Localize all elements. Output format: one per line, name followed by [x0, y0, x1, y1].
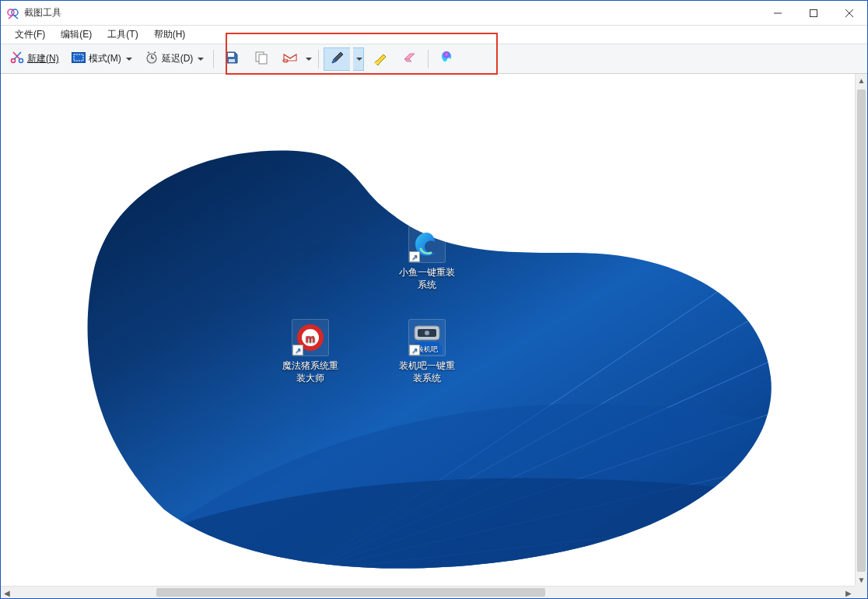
zhuangjiba-icon: 装机吧 ↗ [408, 319, 446, 356]
scroll-up-arrow[interactable]: ▲ [856, 74, 867, 86]
desktop-icon-label: 魔法猪系统重 装大师 [281, 359, 340, 384]
desktop-icon-zhuangjiba[interactable]: 装机吧 ↗ 装机吧一键重 装系统 [397, 319, 457, 384]
canvas-viewport[interactable]: ↗ 小鱼一键重装 系统 m ↗ 魔法猪系统重 装大师 [1, 74, 855, 586]
menu-help[interactable]: 帮助(H) [148, 26, 192, 43]
mode-button[interactable]: 模式(M) [67, 47, 137, 71]
paint3d-button[interactable] [433, 47, 460, 71]
delay-label: 延迟(D) [162, 52, 194, 65]
toolbar: 新建(N) 模式(M) 延迟(D) [1, 44, 867, 74]
edge-icon: ↗ [408, 226, 446, 263]
horizontal-scroll-thumb[interactable] [156, 588, 545, 597]
scroll-down-arrow[interactable]: ▼ [856, 573, 867, 586]
shortcut-arrow-icon: ↗ [409, 345, 420, 356]
vertical-scrollbar[interactable]: ▲ ▼ [855, 74, 867, 586]
separator [428, 50, 429, 68]
menu-file[interactable]: 文件(F) [9, 26, 51, 43]
send-button[interactable] [278, 47, 299, 71]
mode-label: 模式(M) [89, 52, 121, 65]
svg-point-8 [12, 59, 16, 63]
svg-rect-5 [810, 10, 817, 17]
menu-edit[interactable]: 编辑(E) [54, 26, 98, 43]
app-icon [7, 7, 19, 19]
copy-button[interactable] [248, 47, 275, 71]
menubar: 文件(F) 编辑(E) 工具(T) 帮助(H) [1, 26, 867, 44]
delay-button[interactable]: 延迟(D) [140, 47, 209, 71]
pen-dropdown[interactable] [353, 47, 364, 71]
window-title: 截图工具 [24, 6, 61, 19]
save-icon [225, 51, 239, 67]
send-dropdown[interactable] [303, 47, 313, 71]
close-button[interactable] [831, 1, 867, 26]
horizontal-scrollbar[interactable]: ◀ ▶ [1, 586, 855, 598]
scroll-right-arrow[interactable]: ▶ [842, 587, 855, 598]
chevron-down-icon [306, 58, 312, 61]
pen-icon [330, 50, 345, 68]
svg-line-17 [148, 52, 149, 53]
minimize-button[interactable] [760, 1, 796, 26]
svg-line-11 [13, 52, 20, 59]
maximize-button[interactable] [796, 1, 831, 26]
mofazhu-icon: m ↗ [292, 319, 329, 356]
pen-button[interactable] [324, 47, 350, 71]
svg-point-9 [19, 59, 23, 63]
new-snip-button[interactable]: 新建(N) [5, 47, 64, 71]
eraser-icon [402, 51, 418, 66]
svg-rect-24 [374, 62, 379, 64]
separator [318, 50, 319, 68]
copy-icon [254, 51, 268, 67]
eraser-button[interactable] [397, 47, 423, 71]
svg-line-10 [15, 52, 22, 59]
highlighter-icon [373, 50, 388, 68]
shortcut-arrow-icon: ↗ [292, 345, 303, 356]
chevron-down-icon [356, 58, 362, 61]
svg-rect-19 [228, 53, 234, 57]
desktop-icon-mofazhu[interactable]: m ↗ 魔法猪系统重 装大师 [281, 319, 340, 384]
mode-icon [72, 52, 86, 65]
scrollbar-corner [855, 586, 867, 598]
paint3d-icon [439, 50, 454, 68]
titlebar: 截图工具 [1, 1, 867, 26]
vertical-scroll-thumb[interactable] [857, 89, 866, 572]
separator [213, 50, 214, 68]
highlighter-button[interactable] [367, 47, 394, 71]
new-snip-label: 新建(N) [27, 52, 59, 65]
save-button[interactable] [219, 47, 245, 71]
menu-tools[interactable]: 工具(T) [101, 26, 144, 43]
svg-line-18 [154, 52, 156, 53]
desktop-icon-label: 小鱼一键重装 系统 [397, 266, 457, 291]
chevron-down-icon [126, 58, 132, 61]
clock-icon [145, 51, 159, 67]
svg-text:m: m [306, 332, 315, 345]
window-controls [760, 1, 867, 25]
shortcut-arrow-icon: ↗ [409, 251, 420, 262]
scroll-left-arrow[interactable]: ◀ [1, 587, 13, 598]
svg-rect-22 [259, 54, 267, 64]
desktop-icon-label: 装机吧一键重 装系统 [397, 359, 457, 384]
desktop-icon-xiaoyu[interactable]: ↗ 小鱼一键重装 系统 [397, 226, 457, 291]
canvas-area: ↗ 小鱼一键重装 系统 m ↗ 魔法猪系统重 装大师 [1, 74, 867, 598]
svg-rect-20 [229, 59, 235, 62]
chevron-down-icon [198, 58, 204, 61]
svg-point-37 [425, 331, 429, 335]
envelope-icon [282, 51, 298, 66]
scissors-icon [10, 51, 24, 67]
